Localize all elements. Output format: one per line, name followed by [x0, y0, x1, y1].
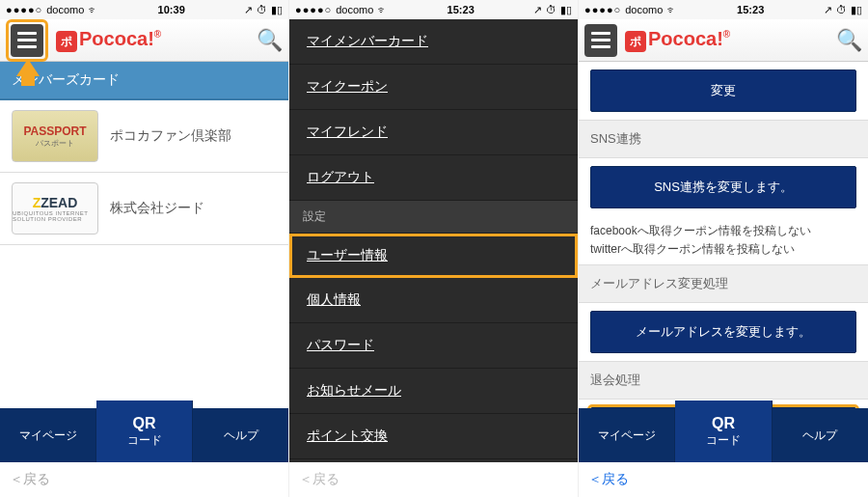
member-card-row[interactable]: PASSPORT パスポート ポコカファン倶楽部: [0, 100, 288, 173]
change-button[interactable]: 変更: [590, 69, 856, 112]
search-icon[interactable]: 🔍: [836, 28, 862, 53]
status-bar: ●●●●○docomo ᯤ 15:23 ↗⏱▮▯: [579, 0, 868, 19]
menu-item[interactable]: ポイント交換: [289, 414, 578, 459]
top-bar: ポ Pococa!® 🔍: [0, 19, 288, 62]
menu-item-user-info[interactable]: ユーザー情報: [289, 234, 578, 278]
tab-qr[interactable]: QRコード: [675, 400, 772, 462]
section-withdraw: 退会処理: [579, 361, 868, 400]
menu-item[interactable]: お知らせメール: [289, 369, 578, 414]
settings-panel: 変更 SNS連携 SNS連携を変更します。 facebookへ取得クーポン情報を…: [579, 62, 868, 408]
tab-bar: マイページ QRコード ヘルプ: [0, 408, 288, 462]
tab-qr[interactable]: QRコード: [96, 400, 193, 462]
back-row[interactable]: ＜戻る: [289, 462, 578, 497]
app-logo: ポ Pococa!®: [625, 28, 730, 53]
menu-item[interactable]: パスワード: [289, 323, 578, 369]
search-icon[interactable]: 🔍: [257, 28, 283, 53]
menu-item[interactable]: マイフレンド: [289, 110, 578, 155]
hamburger-highlight: [6, 19, 48, 62]
back-row[interactable]: ＜戻る: [579, 462, 868, 497]
menu-button[interactable]: [11, 24, 43, 57]
section-header: メンバーズカード: [0, 62, 288, 100]
back-row[interactable]: ＜戻る: [0, 462, 288, 497]
passport-card-thumb: PASSPORT パスポート: [12, 110, 98, 162]
status-bar: ●●●●○docomo ᯤ 10:39 ↗⏱▮▯: [0, 0, 288, 19]
section-mail: メールアドレス変更処理: [579, 264, 868, 303]
tab-mypage[interactable]: マイページ: [0, 408, 96, 462]
app-logo: ポ Pococa!®: [56, 28, 161, 53]
menu-button[interactable]: [584, 24, 617, 57]
tab-help[interactable]: ヘルプ: [193, 408, 288, 462]
tab-bar: マイページ QRコード ヘルプ: [579, 408, 868, 462]
section-sns: SNS連携: [579, 120, 868, 158]
sns-change-button[interactable]: SNS連携を変更します。: [590, 166, 856, 208]
status-bar: ●●●●○docomo ᯤ 15:23 ↗⏱▮▯: [289, 0, 578, 19]
menu-item[interactable]: マイメンバーカード: [289, 19, 578, 65]
tab-help[interactable]: ヘルプ: [773, 408, 868, 462]
side-menu: マイメンバーカード マイクーポン マイフレンド ログアウト 設定 ユーザー情報 …: [289, 19, 578, 497]
mail-change-button[interactable]: メールアドレスを変更します。: [590, 311, 856, 353]
top-bar: ポ Pococa!® 🔍: [579, 19, 868, 62]
menu-item[interactable]: 個人情報: [289, 278, 578, 323]
menu-item[interactable]: ログアウト: [289, 155, 578, 201]
menu-section-header: 設定: [289, 201, 578, 234]
sns-info: facebookへ取得クーポン情報を投稿しない twitterへ取得クーポン情報…: [579, 216, 868, 264]
tab-mypage[interactable]: マイページ: [579, 408, 675, 462]
callout-arrow-icon: [16, 59, 40, 76]
menu-item[interactable]: マイクーポン: [289, 65, 578, 110]
zead-card-thumb: ZZEAD UBIQUITOUS INTERNET SOLUTION PROVI…: [12, 182, 98, 235]
member-card-row[interactable]: ZZEAD UBIQUITOUS INTERNET SOLUTION PROVI…: [0, 173, 288, 245]
